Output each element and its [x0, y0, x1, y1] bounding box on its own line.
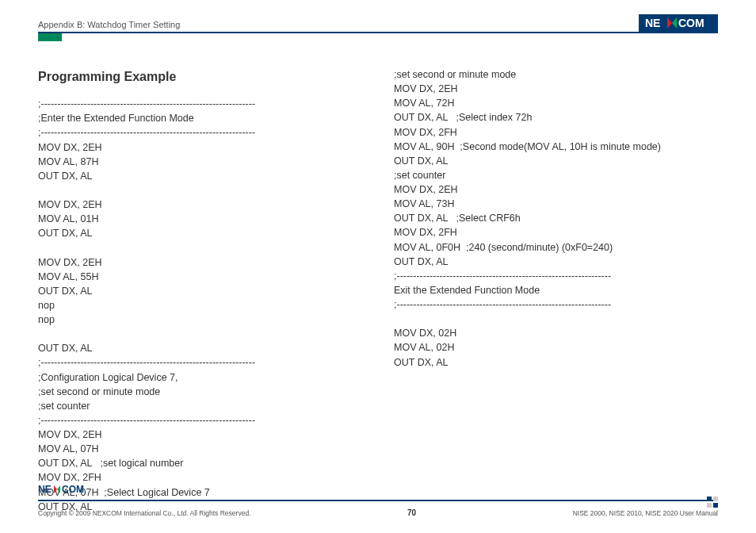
svg-text:NE: NE	[38, 484, 52, 495]
copyright-text: Copyright © 2009 NEXCOM International Co…	[38, 509, 250, 517]
code-left-column: ;---------------------------------------…	[38, 97, 362, 514]
nexcom-logo-footer: NE COM	[38, 484, 94, 498]
footer-divider	[38, 500, 718, 501]
page-number: 70	[407, 508, 416, 517]
appendix-title: Appendix B: Watchdog Timer Setting	[38, 20, 180, 29]
code-right-column: ;set second or minute mode MOV DX, 2EH M…	[394, 67, 718, 370]
manual-title: NISE 2000, NISE 2010, NISE 2020 User Man…	[573, 509, 718, 517]
header-tab-accent	[38, 33, 62, 41]
svg-text:COM: COM	[62, 484, 84, 495]
logo-text-right: COM	[678, 17, 704, 29]
svg-marker-5	[57, 485, 60, 493]
logo-text-left: NE	[645, 17, 660, 29]
header-divider	[38, 32, 718, 33]
section-heading: Programming Example	[38, 67, 362, 86]
footer-decoration-icon	[707, 497, 718, 508]
svg-marker-4	[54, 485, 57, 493]
